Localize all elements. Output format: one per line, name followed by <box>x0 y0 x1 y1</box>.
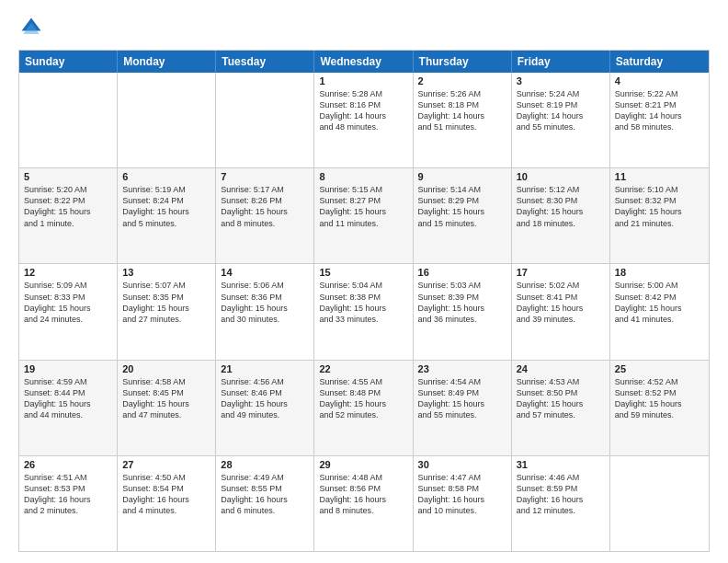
calendar-row: 12Sunrise: 5:09 AMSunset: 8:33 PMDayligh… <box>19 264 709 360</box>
calendar-row: 5Sunrise: 5:20 AMSunset: 8:22 PMDaylight… <box>19 168 709 264</box>
calendar-cell: 31Sunrise: 4:46 AMSunset: 8:59 PMDayligh… <box>512 456 610 551</box>
cell-line: Sunrise: 5:06 AM <box>221 280 309 291</box>
cell-line: Sunrise: 5:15 AM <box>319 184 407 195</box>
calendar-cell: 22Sunrise: 4:55 AMSunset: 8:48 PMDayligh… <box>314 361 413 455</box>
cell-line: Daylight: 14 hours <box>615 110 704 121</box>
cell-line: and 39 minutes. <box>517 314 605 325</box>
calendar-header-cell: Sunday <box>19 51 118 73</box>
calendar-header-cell: Monday <box>118 51 216 73</box>
cell-line: and 12 minutes. <box>517 505 605 516</box>
cell-line: Sunrise: 4:46 AM <box>517 472 605 483</box>
cell-line: Daylight: 15 hours <box>615 303 704 314</box>
page: SundayMondayTuesdayWednesdayThursdayFrid… <box>0 0 728 563</box>
day-number: 29 <box>319 459 407 470</box>
calendar-cell: 18Sunrise: 5:00 AMSunset: 8:42 PMDayligh… <box>610 264 709 359</box>
cell-line: and 2 minutes. <box>24 505 112 516</box>
cell-line: Sunrise: 5:19 AM <box>122 184 210 195</box>
cell-line: and 48 minutes. <box>319 121 407 132</box>
cell-line: and 41 minutes. <box>615 314 704 325</box>
calendar-cell: 20Sunrise: 4:58 AMSunset: 8:45 PMDayligh… <box>118 361 216 455</box>
calendar-cell: 3Sunrise: 5:24 AMSunset: 8:19 PMDaylight… <box>512 73 610 167</box>
cell-line: Daylight: 15 hours <box>221 398 309 409</box>
cell-line: Sunset: 8:56 PM <box>319 483 407 494</box>
logo-icon <box>18 15 44 40</box>
cell-line: Sunrise: 4:49 AM <box>221 472 309 483</box>
day-number: 22 <box>319 363 407 374</box>
cell-line: and 6 minutes. <box>221 505 309 516</box>
cell-line: Sunset: 8:39 PM <box>418 292 506 303</box>
day-number: 3 <box>517 75 605 86</box>
day-number: 16 <box>418 267 506 278</box>
calendar-header: SundayMondayTuesdayWednesdayThursdayFrid… <box>19 51 709 73</box>
cell-line: and 51 minutes. <box>418 121 506 132</box>
cell-line: Daylight: 15 hours <box>122 206 210 217</box>
cell-line: Sunset: 8:42 PM <box>615 292 704 303</box>
calendar-cell: 1Sunrise: 5:28 AMSunset: 8:16 PMDaylight… <box>314 73 413 167</box>
logo <box>18 15 48 40</box>
cell-line: Sunrise: 5:04 AM <box>319 280 407 291</box>
calendar-cell: 23Sunrise: 4:54 AMSunset: 8:49 PMDayligh… <box>414 361 512 455</box>
cell-line: Sunrise: 4:59 AM <box>24 376 112 387</box>
cell-line: Daylight: 14 hours <box>517 110 605 121</box>
cell-line: Sunset: 8:29 PM <box>418 195 506 206</box>
calendar-cell: 28Sunrise: 4:49 AMSunset: 8:55 PMDayligh… <box>216 456 314 551</box>
cell-line: Sunset: 8:59 PM <box>517 483 605 494</box>
day-number: 28 <box>221 459 309 470</box>
cell-line: Sunset: 8:55 PM <box>221 483 309 494</box>
calendar-cell: 4Sunrise: 5:22 AMSunset: 8:21 PMDaylight… <box>610 73 709 167</box>
cell-line: Daylight: 15 hours <box>319 303 407 314</box>
cell-line: and 52 minutes. <box>319 409 407 420</box>
calendar-cell: 2Sunrise: 5:26 AMSunset: 8:18 PMDaylight… <box>414 73 512 167</box>
day-number: 12 <box>24 267 112 278</box>
cell-line: and 18 minutes. <box>517 218 605 229</box>
calendar-cell: 11Sunrise: 5:10 AMSunset: 8:32 PMDayligh… <box>610 168 709 263</box>
cell-line: Daylight: 15 hours <box>122 303 210 314</box>
header <box>18 15 710 40</box>
cell-line: and 8 minutes. <box>221 218 309 229</box>
cell-line: Sunset: 8:58 PM <box>418 483 506 494</box>
cell-line: Sunrise: 4:55 AM <box>319 376 407 387</box>
cell-line: and 49 minutes. <box>221 409 309 420</box>
cell-line: Daylight: 16 hours <box>319 494 407 505</box>
cell-line: and 44 minutes. <box>24 409 112 420</box>
cell-line: and 10 minutes. <box>418 505 506 516</box>
calendar-cell: 10Sunrise: 5:12 AMSunset: 8:30 PMDayligh… <box>512 168 610 263</box>
day-number: 23 <box>418 363 506 374</box>
cell-line: Sunrise: 5:02 AM <box>517 280 605 291</box>
day-number: 10 <box>517 171 605 182</box>
cell-line: Daylight: 15 hours <box>517 303 605 314</box>
cell-line: Daylight: 15 hours <box>615 206 704 217</box>
calendar-cell: 19Sunrise: 4:59 AMSunset: 8:44 PMDayligh… <box>19 361 118 455</box>
cell-line: and 4 minutes. <box>122 505 210 516</box>
cell-line: Sunset: 8:26 PM <box>221 195 309 206</box>
cell-line: and 11 minutes. <box>319 218 407 229</box>
calendar-row: 1Sunrise: 5:28 AMSunset: 8:16 PMDaylight… <box>19 73 709 168</box>
cell-line: Sunset: 8:45 PM <box>122 387 210 398</box>
calendar-body: 1Sunrise: 5:28 AMSunset: 8:16 PMDaylight… <box>19 73 709 551</box>
day-number: 26 <box>24 459 112 470</box>
cell-line: and 30 minutes. <box>221 314 309 325</box>
calendar-cell <box>216 73 314 167</box>
calendar: SundayMondayTuesdayWednesdayThursdayFrid… <box>18 50 710 552</box>
cell-line: Sunrise: 5:12 AM <box>517 184 605 195</box>
day-number: 13 <box>122 267 210 278</box>
cell-line: Sunset: 8:41 PM <box>517 292 605 303</box>
day-number: 2 <box>418 75 506 86</box>
cell-line: Daylight: 15 hours <box>319 398 407 409</box>
cell-line: Sunrise: 5:26 AM <box>418 88 506 99</box>
calendar-header-cell: Saturday <box>610 51 709 73</box>
calendar-header-cell: Thursday <box>414 51 512 73</box>
cell-line: Sunrise: 5:07 AM <box>122 280 210 291</box>
day-number: 25 <box>615 363 704 374</box>
cell-line: Daylight: 15 hours <box>221 206 309 217</box>
cell-line: Sunset: 8:30 PM <box>517 195 605 206</box>
cell-line: Daylight: 16 hours <box>418 494 506 505</box>
cell-line: Sunrise: 5:09 AM <box>24 280 112 291</box>
cell-line: Sunrise: 5:17 AM <box>221 184 309 195</box>
calendar-cell <box>19 73 118 167</box>
cell-line: Daylight: 15 hours <box>221 303 309 314</box>
cell-line: Sunset: 8:54 PM <box>122 483 210 494</box>
cell-line: Sunset: 8:46 PM <box>221 387 309 398</box>
day-number: 6 <box>122 171 210 182</box>
cell-line: Sunset: 8:33 PM <box>24 292 112 303</box>
